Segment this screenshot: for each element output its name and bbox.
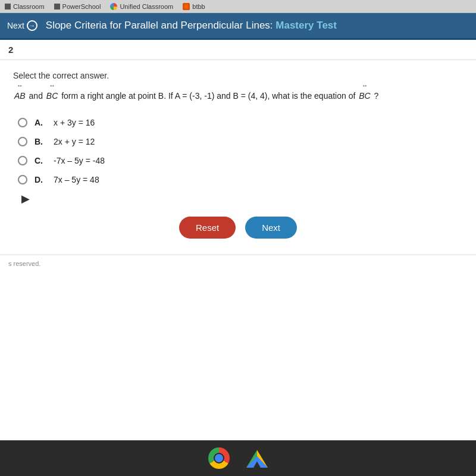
drive-svg [246,449,268,468]
tab-btbb[interactable]: btbb [183,3,205,10]
bc-arrow: ↔ [46,83,58,89]
question-text: ↔ AB and ↔ BC form a right angle at poin… [13,89,463,104]
tab-unified-label: Unified Classroom [120,3,173,10]
bc-notation: ↔ BC [46,89,58,104]
next-arrow-icon: → [27,20,37,31]
footer-text: s reserved. [0,255,476,272]
radio-d[interactable] [18,175,27,184]
title-suffix: Mastery Test [275,20,337,31]
instruction: Select the correct answer. [13,71,463,80]
question-body: Select the correct answer. ↔ AB and ↔ BC… [0,60,476,254]
tab-powerschool[interactable]: PowerSchool [54,3,101,10]
drive-taskbar-icon[interactable] [246,447,268,469]
taskbar [0,440,476,476]
choice-d[interactable]: D. 7x – 5y = 48 [18,175,458,184]
question-number-bar: 2 [0,40,476,60]
ab-notation: ↔ AB [14,89,26,104]
classroom-icon [5,4,11,10]
choice-b-label: B. [35,137,46,146]
choice-c[interactable]: C. -7x – 5y = -48 [18,156,458,165]
choice-c-text: -7x – 5y = -48 [54,156,105,165]
bc-base: BC [46,91,58,101]
title-prefix: Slope Criteria for Parallel and Perpendi… [46,20,275,31]
tab-bar: Classroom PowerSchool Unified Classroom … [0,0,476,13]
tab-unified[interactable]: Unified Classroom [110,3,173,10]
radio-b[interactable] [18,137,27,146]
ab-arrow: ↔ [14,83,26,89]
bc-arrow2: ↔ [359,83,370,89]
ab-base: AB [14,91,26,101]
tab-classroom-label: Classroom [13,3,45,10]
radio-c[interactable] [18,156,27,165]
chrome-taskbar-icon[interactable] [208,447,230,469]
nav-bar: Next → Slope Criteria for Parallel and P… [0,13,476,38]
choice-d-text: 7x – 5y = 48 [54,175,99,184]
question-part1: form a right angle at point B. If A = (-… [61,91,358,101]
reset-button[interactable]: Reset [179,217,236,239]
next-button-main[interactable]: Next [245,217,297,239]
choice-a-label: A. [35,118,46,127]
powerschool-icon [54,4,60,10]
tab-btbb-label: btbb [192,3,205,10]
bc-base2: BC [359,91,370,101]
btbb-icon [183,3,190,10]
content-spacer: s reserved. [0,254,476,409]
tab-classroom[interactable]: Classroom [5,3,45,10]
choice-b[interactable]: B. 2x + y = 12 [18,137,458,146]
buttons-area: Reset Next [13,211,463,248]
choice-a-text: x + 3y = 16 [54,118,95,127]
cursor-area: ▶ [13,187,463,211]
choice-b-text: 2x + y = 12 [54,137,95,146]
unified-icon [110,3,117,10]
page-title: Slope Criteria for Parallel and Perpendi… [46,20,337,32]
question-and: and [29,91,45,101]
next-button[interactable]: Next → [7,20,37,31]
next-label: Next [7,21,24,30]
question-number: 2 [8,45,13,55]
radio-a[interactable] [18,118,27,127]
bc-notation2: ↔ BC [359,89,370,104]
main-content: 2 Select the correct answer. ↔ AB and ↔ … [0,40,476,254]
svg-marker-3 [246,456,268,467]
tab-powerschool-label: PowerSchool [62,3,101,10]
choice-d-label: D. [35,175,46,184]
question-part2: ? [374,91,379,101]
answer-choices: A. x + 3y = 16 B. 2x + y = 12 C. -7x – 5… [13,115,463,187]
choice-c-label: C. [35,156,46,165]
choice-a[interactable]: A. x + 3y = 16 [18,118,458,127]
